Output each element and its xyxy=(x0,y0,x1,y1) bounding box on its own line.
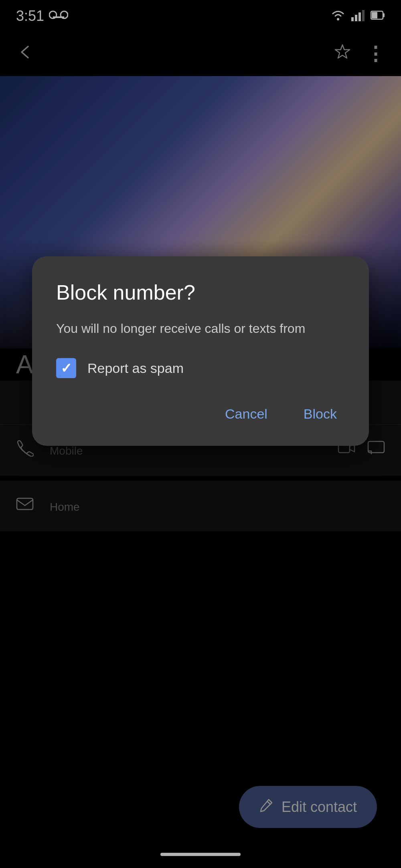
report-spam-row: ✓ Report as spam xyxy=(56,358,345,378)
dialog-message: You will no longer receive calls or text… xyxy=(56,319,345,338)
cancel-button[interactable]: Cancel xyxy=(217,402,275,426)
block-number-dialog: Block number? You will no longer receive… xyxy=(32,256,369,446)
dialog-title: Block number? xyxy=(56,280,345,304)
report-spam-label: Report as spam xyxy=(87,360,184,376)
block-button[interactable]: Block xyxy=(296,402,345,426)
checkbox-check-icon: ✓ xyxy=(61,360,72,376)
dialog-buttons: Cancel Block xyxy=(56,402,345,426)
report-spam-checkbox[interactable]: ✓ xyxy=(56,358,76,378)
